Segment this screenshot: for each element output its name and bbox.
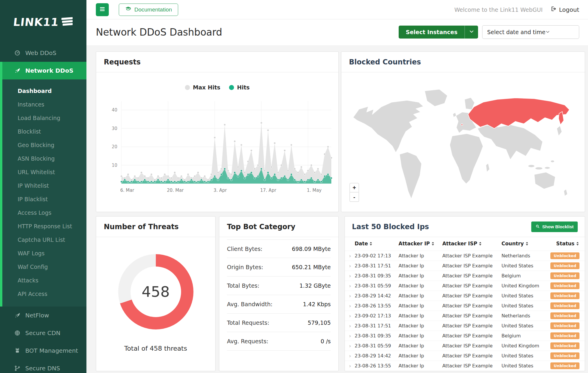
row-expand-chevron-icon[interactable]: ›: [345, 281, 353, 291]
sidebar-subitem-waf-config[interactable]: Waf Config: [2, 260, 86, 274]
column-header-attacker-isp[interactable]: Attacker ISP: [440, 237, 500, 251]
map-zoom-out-button[interactable]: -: [350, 192, 359, 202]
bot-category-row: Avg. Requests:0 /s: [227, 332, 331, 351]
sidebar-item-bot-management[interactable]: BOT Management: [0, 342, 86, 359]
sort-icon[interactable]: [478, 241, 482, 247]
sidebar-subitem-http-response-list[interactable]: HTTP Response List: [2, 219, 86, 233]
sidebar-subitem-geo-blocking[interactable]: Geo Blocking: [2, 138, 86, 152]
sort-icon[interactable]: [525, 241, 529, 247]
column-header-attacker-ip[interactable]: Attacker IP: [397, 237, 441, 251]
table-row[interactable]: ›23-09-02 17:13Attacker IpAttacker ISP E…: [345, 311, 585, 321]
sidebar-subitem-dashboard[interactable]: Dashboard: [2, 84, 86, 98]
sidebar-item-web-ddos[interactable]: Web DDoS: [0, 44, 86, 62]
sidebar-item-secure-dns[interactable]: Secure DNS: [0, 359, 86, 373]
status-badge[interactable]: Unblocked: [550, 292, 579, 299]
cell-country: Netherlands: [500, 311, 545, 321]
table-row[interactable]: ›23-08-31 17:51Attacker IpAttacker ISP E…: [345, 261, 585, 271]
table-row[interactable]: ›23-08-31 05:59Attacker IpAttacker ISP E…: [345, 341, 585, 351]
table-row[interactable]: ›23-08-31 09:35Attacker IpAttacker ISP E…: [345, 331, 585, 341]
sidebar-subitem-api-access[interactable]: API Access: [2, 287, 86, 301]
row-expand-chevron-icon[interactable]: ›: [345, 271, 353, 281]
bot-row-value: 650.21 MByte: [292, 264, 331, 270]
threats-donut-chart[interactable]: 458: [118, 254, 193, 329]
row-expand-chevron-icon[interactable]: ›: [345, 361, 353, 371]
row-expand-chevron-icon[interactable]: ›: [345, 311, 353, 321]
bot-row-label: Avg. Bandwidth:: [227, 301, 273, 307]
row-expand-chevron-icon[interactable]: ›: [345, 291, 353, 301]
date-range-select[interactable]: Select date and time: [482, 25, 579, 39]
table-header-spacer: [345, 237, 353, 251]
bot-category-row: Origin Bytes:650.21 MByte: [227, 258, 331, 277]
documentation-button[interactable]: Documentation: [119, 4, 178, 16]
world-map[interactable]: + -: [341, 72, 585, 212]
sidebar-subitem-blocklist[interactable]: Blocklist: [2, 125, 86, 138]
bot-row-value: 0 /s: [321, 338, 331, 344]
column-header-label: Attacker ISP: [442, 241, 477, 247]
sidebar-item-label: BOT Management: [25, 347, 78, 354]
sidebar-item-secure-cdn[interactable]: Secure CDN: [0, 324, 86, 342]
status-badge[interactable]: Unblocked: [550, 322, 579, 329]
row-expand-chevron-icon[interactable]: ›: [345, 341, 353, 351]
requests-panel-title: Requests: [104, 58, 141, 66]
table-row[interactable]: ›23-08-26 13:55Attacker IpAttacker ISP E…: [345, 361, 585, 371]
column-header-label: Status: [556, 241, 574, 247]
row-expand-chevron-icon[interactable]: ›: [345, 261, 353, 271]
blocked-ips-table: DateAttacker IPAttacker ISPCountryStatus…: [345, 237, 585, 371]
requests-chart[interactable]: 102030406. Mar20. Mar3. Apr17. Apr1. May: [101, 98, 334, 198]
sort-icon[interactable]: [369, 241, 373, 247]
sidebar-subitem-ip-blacklist[interactable]: IP Blacklist: [2, 192, 86, 206]
sort-icon[interactable]: [576, 241, 579, 247]
table-row[interactable]: ›23-08-29 14:42Attacker IpAttacker ISP E…: [345, 351, 585, 361]
status-badge[interactable]: Unblocked: [550, 282, 579, 289]
status-badge[interactable]: Unblocked: [550, 342, 579, 349]
svg-text:17. Apr: 17. Apr: [260, 188, 276, 193]
requests-legend: Max HitsHits: [101, 84, 334, 91]
status-badge[interactable]: Unblocked: [550, 302, 579, 309]
sidebar-subitem-captcha-url-list[interactable]: Captcha URL List: [2, 233, 86, 247]
row-expand-chevron-icon[interactable]: ›: [345, 331, 353, 341]
row-expand-chevron-icon[interactable]: ›: [345, 251, 353, 261]
row-expand-chevron-icon[interactable]: ›: [345, 351, 353, 361]
row-expand-chevron-icon[interactable]: ›: [345, 301, 353, 311]
select-instances-caret[interactable]: [465, 26, 478, 39]
legend-item-max-hits[interactable]: Max Hits: [185, 84, 220, 91]
sidebar-item-network-ddos[interactable]: Network DDoS: [2, 62, 86, 79]
status-badge[interactable]: Unblocked: [550, 252, 579, 259]
cell-attacker-isp: Attacker ISP Example: [440, 251, 500, 261]
sidebar-subitem-url-whitelist[interactable]: URL Whitelist: [2, 165, 86, 179]
column-header-country[interactable]: Country: [500, 237, 545, 251]
table-row[interactable]: ›23-09-02 17:13Attacker IpAttacker ISP E…: [345, 251, 585, 261]
select-instances-button[interactable]: Select Instances: [399, 26, 478, 39]
sidebar-subitem-instances[interactable]: Instances: [2, 98, 86, 111]
status-badge[interactable]: Unblocked: [550, 352, 579, 359]
show-blocklist-button[interactable]: Show Blocklist: [531, 222, 578, 232]
sidebar-subitem-asn-blocking[interactable]: ASN Blocking: [2, 152, 86, 165]
table-row[interactable]: ›23-08-31 09:35Attacker IpAttacker ISP E…: [345, 271, 585, 281]
sidebar-subitem-ip-whitelist[interactable]: IP Whitelist: [2, 179, 86, 192]
cell-country: Belgium: [500, 331, 545, 341]
sidebar-subitem-attacks[interactable]: Attacks: [2, 274, 86, 287]
table-row[interactable]: ›23-08-31 05:59Attacker IpAttacker ISP E…: [345, 281, 585, 291]
status-badge[interactable]: Unblocked: [550, 362, 579, 369]
column-header-status[interactable]: Status: [545, 237, 585, 251]
logout-button[interactable]: Logout: [550, 6, 579, 13]
column-header-label: Country: [502, 241, 524, 247]
sidebar-subitem-waf-logs[interactable]: WAF Logs: [2, 247, 86, 260]
map-zoom-in-button[interactable]: +: [350, 183, 359, 192]
status-badge[interactable]: Unblocked: [550, 262, 579, 269]
sidebar-toggle-button[interactable]: [96, 3, 109, 16]
table-row[interactable]: ›23-08-26 13:55Attacker IpAttacker ISP E…: [345, 301, 585, 311]
table-row[interactable]: ›23-08-31 17:51Attacker IpAttacker ISP E…: [345, 321, 585, 331]
row-expand-chevron-icon[interactable]: ›: [345, 321, 353, 331]
column-header-date[interactable]: Date: [353, 237, 397, 251]
sidebar-item-netflow[interactable]: NetFlow: [0, 307, 86, 324]
status-badge[interactable]: Unblocked: [550, 312, 579, 319]
status-badge[interactable]: Unblocked: [550, 332, 579, 339]
sidebar-subitem-load-balancing[interactable]: Load Balancing: [2, 111, 86, 125]
status-badge[interactable]: Unblocked: [550, 272, 579, 279]
table-row[interactable]: ›23-08-29 14:42Attacker IpAttacker ISP E…: [345, 291, 585, 301]
legend-item-hits[interactable]: Hits: [229, 84, 250, 91]
sidebar-subitem-access-logs[interactable]: Access Logs: [2, 206, 86, 219]
sort-icon[interactable]: [431, 241, 435, 247]
cell-date: 23-08-31 17:51: [353, 321, 397, 331]
